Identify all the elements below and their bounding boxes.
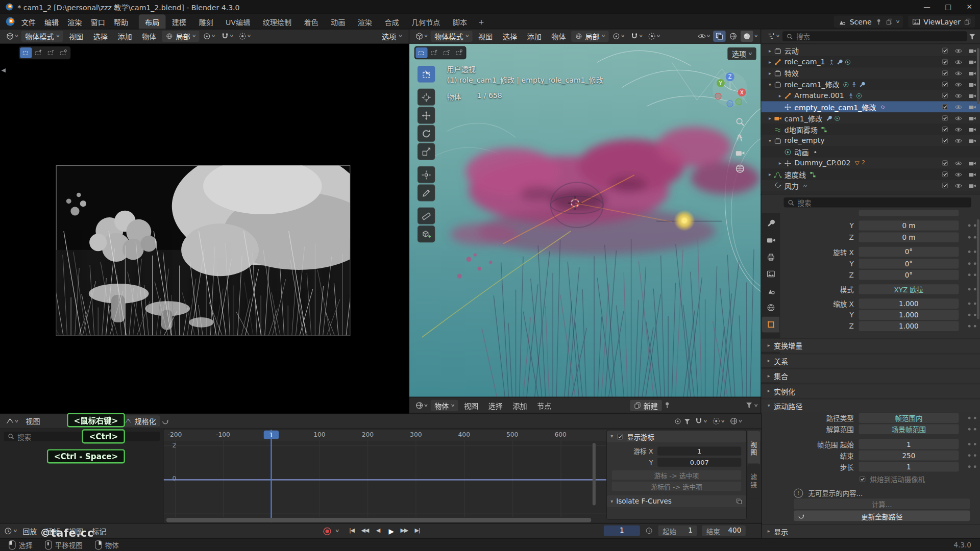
cursor-value-to-selection-button[interactable]: 游标值 -> 选中项	[612, 482, 741, 491]
decorator-dot[interactable]	[974, 236, 976, 239]
hide-viewport-icon[interactable]	[954, 58, 963, 66]
workspace-tab[interactable]: 脚本	[447, 14, 474, 29]
animate-dot[interactable]	[968, 303, 971, 305]
animate-dot[interactable]	[968, 288, 971, 290]
editor-type-button[interactable]: ∨	[4, 31, 20, 42]
hide-render-icon[interactable]	[968, 170, 976, 179]
viewlayer-selector[interactable]: ViewLayer	[908, 16, 975, 28]
mode-dropdown[interactable]: 物体模式∨	[21, 31, 63, 42]
outliner-row[interactable]: ▾role_empty	[761, 135, 980, 146]
select-mode-seladd[interactable]	[33, 47, 44, 58]
hide-viewport-icon[interactable]	[954, 159, 963, 167]
hide-viewport-icon[interactable]	[954, 80, 963, 88]
new-material-button[interactable]: 新建	[630, 399, 662, 411]
viewport-menu[interactable]: 添加	[523, 30, 546, 42]
animate-dot[interactable]	[968, 251, 971, 253]
close-button[interactable]: ✕	[959, 0, 980, 14]
expand-arrow[interactable]: ▸	[766, 171, 774, 177]
menubar-item[interactable]: 窗口	[86, 15, 109, 28]
workspace-tab[interactable]: 渲染	[352, 14, 379, 29]
proportional-edit-button[interactable]: ∨	[710, 415, 726, 427]
animate-dot[interactable]	[968, 465, 971, 468]
nav-camera-icon[interactable]	[735, 148, 745, 158]
hide-render-icon[interactable]	[968, 69, 976, 77]
outliner-row[interactable]: ▸特效	[761, 67, 980, 79]
animate-dot[interactable]	[968, 325, 971, 328]
outliner-scrollbar[interactable]	[977, 48, 979, 104]
viewport-menu[interactable]: 选择	[89, 30, 112, 42]
expand-arrow[interactable]: ▸	[776, 93, 784, 98]
panel-header-collapsed[interactable]: ▸实例化	[761, 384, 980, 397]
panel-header-motion-paths[interactable]: ▾运动路径	[761, 398, 980, 412]
field-value[interactable]: 0.007	[657, 458, 741, 466]
animate-dot[interactable]	[968, 236, 971, 239]
nav-zoom-icon[interactable]	[735, 117, 745, 127]
hide-render-icon[interactable]	[968, 114, 976, 122]
workspace-tab[interactable]: 几何节点	[405, 14, 447, 29]
update-all-paths-button[interactable]: 更新全部路径	[794, 510, 970, 521]
decorator-dot[interactable]	[974, 288, 976, 290]
property-field[interactable]: 场景帧范围	[859, 424, 959, 434]
decorator-dot[interactable]	[974, 428, 976, 431]
shading-wireframe-button[interactable]	[727, 31, 739, 42]
outliner-row[interactable]: empty_role_cam1_修改	[761, 101, 980, 112]
exclude-checkbox-icon[interactable]	[941, 159, 949, 167]
region-collapse-icon[interactable]: ◀	[1, 67, 5, 73]
menubar-item[interactable]: 帮助	[109, 15, 132, 28]
decorator-dot[interactable]	[974, 465, 976, 468]
property-field[interactable]: 1.000	[859, 298, 959, 309]
transport-jump-start[interactable]: |◀	[347, 527, 357, 535]
graph-vscrollbar[interactable]	[593, 443, 596, 505]
outliner-row[interactable]: 动画	[761, 146, 980, 158]
tool-select[interactable]	[418, 66, 435, 83]
select-mode-selint[interactable]	[58, 47, 69, 58]
properties-tab-object[interactable]	[762, 317, 779, 333]
minimize-button[interactable]: —	[916, 0, 938, 14]
mode-dropdown[interactable]: 物体模式∨	[431, 31, 473, 42]
tool-move[interactable]	[418, 107, 435, 123]
snap-magnet-button[interactable]: ∨	[692, 415, 708, 427]
property-field[interactable]: 1	[859, 462, 959, 472]
select-mode-selnew[interactable]	[20, 47, 32, 58]
menubar-item[interactable]: 编辑	[40, 15, 63, 28]
funnel-icon[interactable]	[968, 32, 976, 40]
transport-jump-end[interactable]: ▶|	[412, 527, 423, 535]
exclude-checkbox-icon[interactable]	[941, 69, 949, 77]
menubar-item[interactable]: 渲染	[63, 15, 86, 28]
exclude-checkbox-icon[interactable]	[941, 114, 949, 122]
shader-menu[interactable]: 视图	[459, 399, 482, 411]
graph-hscrollbar[interactable]	[166, 518, 592, 522]
normalize-toggle[interactable]: 规格化	[120, 415, 160, 427]
sidebar-tab[interactable]: 滤镜	[747, 464, 760, 499]
tool-cursor[interactable]	[418, 89, 435, 106]
viewport-menu[interactable]: 物体	[547, 30, 570, 42]
exclude-checkbox-icon[interactable]	[941, 137, 949, 145]
pin-icon[interactable]	[663, 401, 671, 409]
decorator-dot[interactable]	[974, 224, 976, 227]
select-mode-selsub[interactable]	[440, 47, 452, 58]
current-frame-field[interactable]: 1	[604, 525, 640, 536]
workspace-tab[interactable]: 纹理绘制	[256, 14, 298, 29]
viewport-options-dropdown[interactable]: 选项∨	[378, 31, 406, 42]
nav-ortho-icon[interactable]	[735, 164, 745, 174]
funnel-icon[interactable]	[683, 417, 691, 425]
show-overlays-dropdown[interactable]: ∨	[696, 31, 712, 42]
exclude-checkbox-icon[interactable]	[941, 46, 949, 55]
hide-viewport-icon[interactable]	[954, 137, 963, 145]
hide-viewport-icon[interactable]	[954, 46, 963, 55]
outliner-search-input[interactable]: 搜索	[782, 31, 967, 41]
animate-dot[interactable]	[968, 417, 971, 419]
tool-rotate[interactable]	[418, 125, 435, 142]
decorator-dot[interactable]	[974, 262, 976, 265]
sidebar-tab[interactable]: 视图	[747, 431, 760, 466]
exclude-checkbox-icon[interactable]	[941, 182, 949, 190]
hide-render-icon[interactable]	[968, 46, 976, 55]
workspace-tab[interactable]: UV编辑	[219, 14, 257, 29]
property-field[interactable]: 0°	[859, 270, 959, 280]
animate-dot[interactable]	[968, 454, 971, 457]
shading-solid-button[interactable]	[741, 31, 753, 42]
property-field[interactable]: 0°	[859, 259, 959, 269]
snap-magnet-button[interactable]: ∨	[628, 31, 644, 42]
maximize-button[interactable]: □	[938, 0, 959, 14]
menubar-item[interactable]: 文件	[17, 15, 40, 28]
